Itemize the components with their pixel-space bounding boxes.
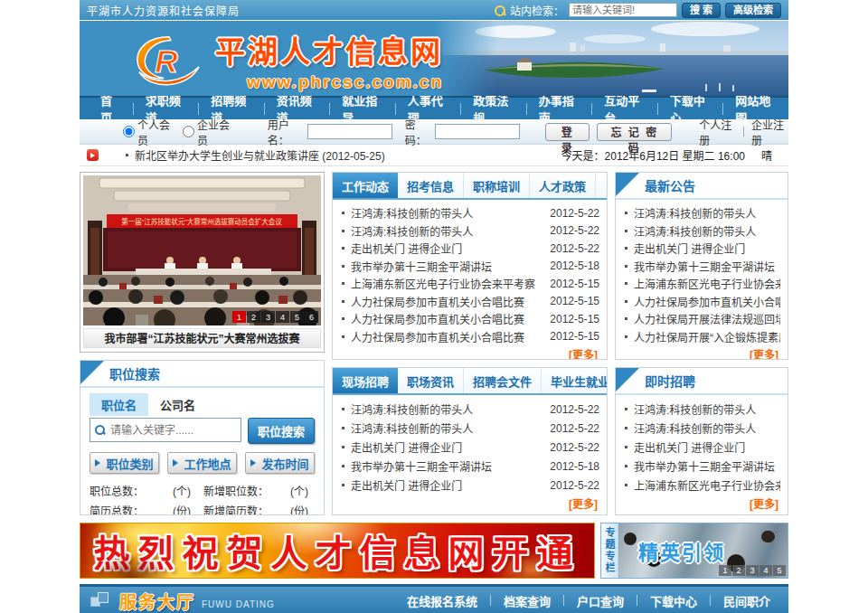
- news-link[interactable]: 我市举办第十三期金平湖讲坛: [634, 458, 780, 474]
- news-link[interactable]: 汪鸿涛:科技创新的带头人: [351, 401, 546, 417]
- news-link[interactable]: 我市举办第十三期金平湖讲坛: [634, 259, 780, 274]
- personal-member-radio[interactable]: 个人会员: [123, 117, 174, 147]
- photo-page-1[interactable]: 1: [232, 311, 246, 323]
- username-field[interactable]: [307, 124, 392, 139]
- news-item[interactable]: 走出机关门 进得企业门2012-5-22: [340, 476, 599, 495]
- nav-service-guide[interactable]: 办事指南: [527, 91, 592, 126]
- news-item[interactable]: 人力社保局参加市直机关小合唱比赛: [623, 293, 780, 311]
- news-link[interactable]: 人力社保局开展“入企锻炼提素质”: [634, 329, 780, 344]
- news-item[interactable]: 上海浦东新区光电子行业协会来平考: [623, 476, 780, 495]
- news-item[interactable]: 人力社保局开展法律法规巡回培训: [623, 310, 780, 328]
- news-item[interactable]: 上海浦东新区光电子行业协会来平考: [623, 275, 780, 293]
- filter-location-button[interactable]: 工作地点: [167, 452, 237, 474]
- news-item[interactable]: 汪鸿涛:科技创新的带头人: [623, 400, 780, 419]
- tab-title-training[interactable]: 职称培训: [464, 173, 530, 198]
- news-link[interactable]: 人力社保局开展法律法规巡回培训: [634, 311, 780, 326]
- link-private-agency[interactable]: 民间职介: [723, 592, 770, 609]
- special-column-photo[interactable]: 精英引领 1 2 3 4 5: [618, 523, 788, 578]
- news-link[interactable]: 汪鸿涛:科技创新的带头人: [351, 420, 546, 436]
- keyword-input[interactable]: [110, 424, 236, 437]
- link-archive-query[interactable]: 档案查询: [504, 592, 551, 609]
- filter-date-button[interactable]: 发布时间: [245, 452, 315, 474]
- news-item[interactable]: 走出机关门 进得企业门2012-5-22: [340, 438, 599, 457]
- filter-category-button[interactable]: 职位类别: [90, 452, 159, 474]
- tab-company-name[interactable]: 公司名: [148, 393, 207, 416]
- password-field[interactable]: [435, 124, 520, 139]
- company-member-radio-input[interactable]: [183, 126, 194, 137]
- news-item[interactable]: 人力社保局参加市直机关小合唱比赛2012-5-15: [340, 293, 599, 311]
- news-item[interactable]: 走出机关门 进得企业门2012-5-22: [340, 240, 599, 258]
- news-link[interactable]: 我市举办第十三期金平湖讲坛: [351, 259, 546, 274]
- company-register-link[interactable]: 企业注册: [751, 117, 788, 147]
- more-link[interactable]: [更多]: [333, 495, 607, 511]
- news-item[interactable]: 上海浦东新区光电子行业协会来平考察2012-5-15: [340, 275, 599, 293]
- site-logo-icon[interactable]: R: [132, 33, 203, 89]
- photo-page-4[interactable]: 4: [276, 311, 289, 323]
- personal-register-link[interactable]: 个人注册: [699, 117, 736, 147]
- news-link[interactable]: 走出机关门 进得企业门: [351, 240, 546, 256]
- company-member-radio[interactable]: 企业会员: [183, 117, 233, 147]
- news-link[interactable]: 人力社保局参加市直机关小合唱比赛: [634, 294, 780, 309]
- news-link[interactable]: 汪鸿涛:科技创新的带头人: [634, 205, 780, 221]
- news-item[interactable]: 汪鸿涛:科技创新的带头人2012-5-22: [340, 204, 599, 222]
- photo-page-2[interactable]: 2: [247, 311, 260, 323]
- tab-career-info[interactable]: 职场资讯: [398, 368, 464, 393]
- advanced-search-button[interactable]: 高级检索: [725, 3, 781, 18]
- special-page-1[interactable]: 1: [719, 565, 731, 576]
- forgot-password-button[interactable]: 忘 记 密 码: [597, 123, 672, 141]
- news-item[interactable]: 我市举办第十三期金平湖讲坛2012-5-18: [340, 258, 599, 276]
- news-item[interactable]: 走出机关门 进得企业门: [623, 438, 780, 457]
- tab-jobfair-files[interactable]: 招聘会文件: [464, 368, 542, 393]
- more-link[interactable]: [更多]: [333, 345, 607, 360]
- news-item[interactable]: 我市举办第十三期金平湖讲坛2012-5-18: [340, 457, 599, 476]
- site-search-button[interactable]: 搜 索: [682, 3, 721, 18]
- news-item[interactable]: 人力社保局参加市直机关小合唱比赛2012-5-15: [340, 328, 599, 346]
- news-link[interactable]: 走出机关门 进得企业门: [351, 439, 546, 455]
- news-item[interactable]: 人力社保局参加市直机关小合唱比赛2012-5-15: [340, 310, 599, 328]
- news-link[interactable]: 汪鸿涛:科技创新的带头人: [634, 420, 780, 436]
- slideshow-photo[interactable]: 第一届“江苏技能状元”大赛常州选拔赛动员会扩大会议: [83, 175, 321, 325]
- news-link[interactable]: 走出机关门 进得企业门: [634, 240, 780, 256]
- news-item[interactable]: 汪鸿涛:科技创新的带头人2012-5-22: [340, 419, 599, 438]
- photo-page-5[interactable]: 5: [290, 311, 304, 323]
- tab-graduate-service[interactable]: 毕业生就业服务: [542, 368, 608, 393]
- news-link[interactable]: 上海浦东新区光电子行业协会来平考: [634, 276, 780, 291]
- news-link[interactable]: 走出机关门 进得企业门: [634, 439, 780, 455]
- news-link[interactable]: 走出机关门 进得企业门: [351, 477, 546, 493]
- tab-work-news[interactable]: 工作动态: [333, 173, 398, 198]
- news-item[interactable]: 走出机关门 进得企业门: [623, 240, 780, 258]
- news-link[interactable]: 汪鸿涛:科技创新的带头人: [634, 223, 780, 239]
- nav-policy[interactable]: 政策法规: [461, 91, 526, 126]
- more-link[interactable]: [更多]: [616, 345, 788, 360]
- special-page-2[interactable]: 2: [732, 565, 745, 576]
- special-page-5[interactable]: 5: [773, 565, 786, 576]
- job-search-button[interactable]: 职位搜索: [248, 418, 315, 444]
- site-search-input[interactable]: [569, 3, 677, 17]
- login-button[interactable]: 登 录: [545, 123, 590, 141]
- news-link[interactable]: 人力社保局参加市直机关小合唱比赛: [351, 311, 546, 326]
- news-item[interactable]: 汪鸿涛:科技创新的带头人: [623, 222, 780, 240]
- tab-exam-info[interactable]: 招考信息: [398, 173, 464, 198]
- news-link[interactable]: 人力社保局参加市直机关小合唱比赛: [351, 294, 546, 309]
- special-page-3[interactable]: 3: [746, 565, 759, 576]
- photo-caption-link[interactable]: 我市部署“江苏技能状元”大赛常州选拔赛: [83, 328, 321, 348]
- news-item[interactable]: 人力社保局开展“入企锻炼提素质”: [623, 328, 780, 346]
- news-link[interactable]: 我市举办第十三期金平湖讲坛: [351, 458, 546, 474]
- news-link[interactable]: 汪鸿涛:科技创新的带头人: [634, 401, 780, 417]
- nav-interactive[interactable]: 互动平台: [592, 91, 657, 126]
- news-item[interactable]: 汪鸿涛:科技创新的带头人2012-5-22: [340, 400, 599, 419]
- celebration-banner[interactable]: 热烈祝贺人才信息网开通: [80, 523, 595, 579]
- link-hukou-query[interactable]: 户口查询: [577, 592, 624, 609]
- more-link[interactable]: [更多]: [616, 495, 788, 511]
- news-item[interactable]: 汪鸿涛:科技创新的带头人: [623, 419, 780, 438]
- news-link[interactable]: 汪鸿涛:科技创新的带头人: [351, 223, 546, 239]
- photo-page-6[interactable]: 6: [305, 311, 318, 323]
- ticker-news-link[interactable]: 新北区举办大学生创业与就业政策讲座 (2012-05-25): [135, 147, 561, 163]
- news-item[interactable]: 我市举办第十三期金平湖讲坛: [623, 258, 780, 276]
- special-page-4[interactable]: 4: [760, 565, 772, 576]
- link-online-registration[interactable]: 在线报名系统: [407, 592, 477, 609]
- news-link[interactable]: 上海浦东新区光电子行业协会来平考察: [351, 276, 546, 291]
- nav-guidance[interactable]: 就业指导: [330, 91, 395, 126]
- tab-onsite-recruit[interactable]: 现场招聘: [333, 368, 398, 393]
- news-item[interactable]: 我市举办第十三期金平湖讲坛: [623, 457, 780, 476]
